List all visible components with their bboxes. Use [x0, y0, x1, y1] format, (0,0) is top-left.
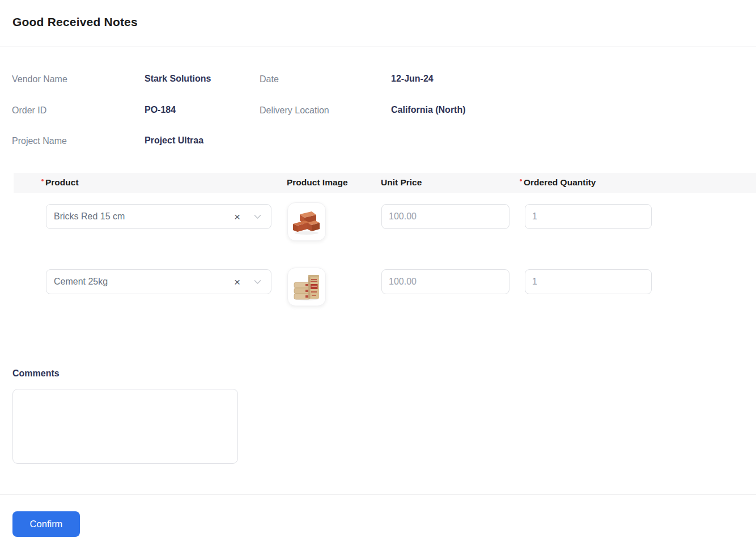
page-title: Good Received Notes — [12, 15, 138, 29]
clear-icon[interactable]: × — [234, 211, 240, 222]
product-select-value: Bricks Red 15 cm — [54, 211, 234, 222]
page-header: Good Received Notes — [0, 0, 756, 46]
chevron-down-icon[interactable] — [252, 211, 263, 222]
product-image-card — [287, 268, 326, 306]
order-id-value: PO-184 — [145, 104, 176, 115]
item-row-2: Cement 25kg × — [0, 268, 756, 306]
cement-bags-icon — [292, 272, 321, 302]
unit-price-input[interactable] — [381, 204, 509, 229]
product-column-header: Product — [41, 177, 79, 188]
chevron-down-icon[interactable] — [252, 277, 263, 287]
project-name-value: Project Ultraa — [145, 135, 203, 146]
items-table-header: Product Product Image Unit Price Ordered… — [14, 173, 756, 193]
ordered-quantity-input[interactable] — [525, 269, 652, 294]
vendor-name-label: Vendor Name — [12, 74, 67, 84]
product-select-value: Cement 25kg — [54, 277, 234, 287]
bricks-stack-icon — [292, 207, 321, 236]
confirm-button[interactable]: Confirm — [12, 511, 80, 537]
product-image-column-header: Product Image — [287, 177, 348, 188]
order-id-label: Order ID — [12, 105, 46, 116]
product-image-card — [287, 202, 326, 241]
product-select[interactable]: Cement 25kg × — [46, 269, 271, 294]
clear-icon[interactable]: × — [234, 277, 240, 287]
ordered-quantity-input[interactable] — [525, 204, 652, 229]
vendor-name-value: Stark Solutions — [145, 73, 211, 84]
unit-price-input[interactable] — [381, 269, 509, 294]
date-value: 12-Jun-24 — [391, 73, 434, 84]
delivery-location-label: Delivery Location — [260, 105, 329, 116]
product-select[interactable]: Bricks Red 15 cm × — [46, 204, 271, 229]
required-indicator — [41, 179, 44, 181]
project-name-label: Project Name — [12, 135, 67, 146]
ordered-quantity-column-header: Ordered Quantity — [520, 177, 596, 188]
comments-textarea[interactable] — [12, 389, 238, 464]
good-received-notes-page: Good Received Notes Vendor Name Stark So… — [0, 0, 756, 551]
delivery-location-value: California (North) — [391, 104, 466, 115]
comments-label: Comments — [12, 368, 60, 379]
unit-price-column-header: Unit Price — [381, 177, 422, 188]
footer-divider — [0, 494, 756, 495]
item-row-1: Bricks Red 15 cm × — [0, 202, 756, 241]
required-indicator — [520, 179, 522, 181]
date-label: Date — [260, 74, 279, 84]
